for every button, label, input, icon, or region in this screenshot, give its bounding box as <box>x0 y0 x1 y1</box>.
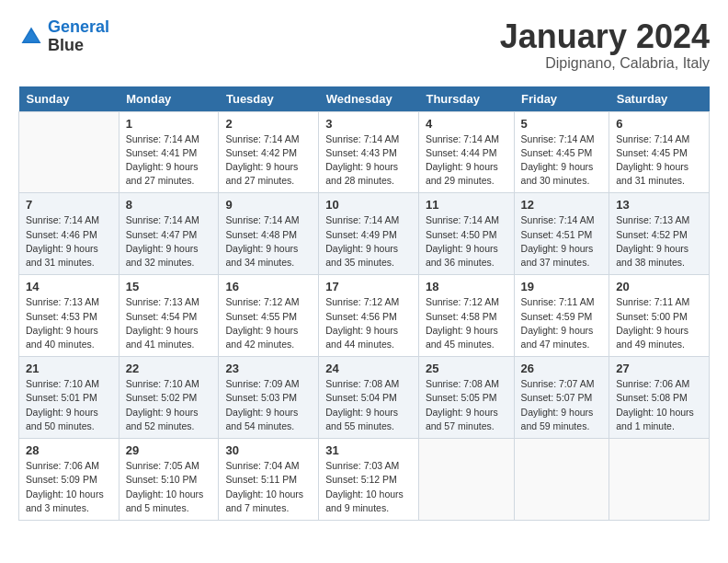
day-info: Sunrise: 7:10 AMSunset: 5:01 PMDaylight:… <box>26 377 112 433</box>
calendar-cell: 16Sunrise: 7:12 AMSunset: 4:55 PMDayligh… <box>219 275 319 357</box>
day-info: Sunrise: 7:06 AMSunset: 5:08 PMDaylight:… <box>616 377 702 433</box>
calendar-cell: 15Sunrise: 7:13 AMSunset: 4:54 PMDayligh… <box>119 275 219 357</box>
day-info: Sunrise: 7:12 AMSunset: 4:56 PMDaylight:… <box>325 295 412 351</box>
day-number: 18 <box>426 280 507 293</box>
day-number: 2 <box>225 117 312 131</box>
day-number: 24 <box>325 362 412 375</box>
day-number: 7 <box>26 198 112 212</box>
day-info: Sunrise: 7:14 AMSunset: 4:47 PMDaylight:… <box>126 213 212 270</box>
calendar-week-row: 7Sunrise: 7:14 AMSunset: 4:46 PMDaylight… <box>19 193 710 275</box>
day-info: Sunrise: 7:04 AMSunset: 5:11 PMDaylight:… <box>225 459 312 515</box>
calendar-cell: 30Sunrise: 7:04 AMSunset: 5:11 PMDayligh… <box>219 439 319 521</box>
logo: GeneralBlue <box>18 18 109 55</box>
day-info: Sunrise: 7:13 AMSunset: 4:54 PMDaylight:… <box>126 295 212 351</box>
calendar-cell: 4Sunrise: 7:14 AMSunset: 4:44 PMDaylight… <box>418 111 514 193</box>
title-block: January 2024 Dipignano, Calabria, Italy <box>500 18 710 72</box>
day-info: Sunrise: 7:14 AMSunset: 4:44 PMDaylight:… <box>426 132 507 189</box>
calendar-cell: 17Sunrise: 7:12 AMSunset: 4:56 PMDayligh… <box>319 275 419 357</box>
day-info: Sunrise: 7:14 AMSunset: 4:45 PMDaylight:… <box>521 132 603 189</box>
logo-icon <box>18 24 44 50</box>
day-number: 26 <box>521 362 603 375</box>
day-info: Sunrise: 7:10 AMSunset: 5:02 PMDaylight:… <box>126 377 212 433</box>
day-number: 9 <box>225 198 312 212</box>
calendar-week-row: 21Sunrise: 7:10 AMSunset: 5:01 PMDayligh… <box>19 357 710 439</box>
calendar-cell <box>19 111 119 193</box>
col-tuesday: Tuesday <box>219 86 319 112</box>
day-number: 12 <box>521 198 603 212</box>
calendar-cell: 21Sunrise: 7:10 AMSunset: 5:01 PMDayligh… <box>19 357 119 439</box>
day-number: 29 <box>126 443 212 457</box>
day-info: Sunrise: 7:05 AMSunset: 5:10 PMDaylight:… <box>126 459 212 515</box>
day-info: Sunrise: 7:08 AMSunset: 5:04 PMDaylight:… <box>325 377 412 433</box>
day-number: 28 <box>26 443 112 457</box>
day-info: Sunrise: 7:14 AMSunset: 4:42 PMDaylight:… <box>225 132 312 189</box>
col-thursday: Thursday <box>418 86 514 112</box>
calendar-cell: 8Sunrise: 7:14 AMSunset: 4:47 PMDaylight… <box>119 193 219 275</box>
calendar-cell: 18Sunrise: 7:12 AMSunset: 4:58 PMDayligh… <box>418 275 514 357</box>
calendar-week-row: 1Sunrise: 7:14 AMSunset: 4:41 PMDaylight… <box>19 111 710 193</box>
calendar-cell: 25Sunrise: 7:08 AMSunset: 5:05 PMDayligh… <box>418 357 514 439</box>
day-number: 8 <box>126 198 212 212</box>
calendar-cell: 11Sunrise: 7:14 AMSunset: 4:50 PMDayligh… <box>418 193 514 275</box>
day-number: 20 <box>616 280 702 293</box>
day-number: 14 <box>26 280 112 293</box>
calendar-cell: 7Sunrise: 7:14 AMSunset: 4:46 PMDaylight… <box>19 193 119 275</box>
calendar-cell: 24Sunrise: 7:08 AMSunset: 5:04 PMDayligh… <box>319 357 419 439</box>
calendar-cell: 10Sunrise: 7:14 AMSunset: 4:49 PMDayligh… <box>319 193 419 275</box>
calendar-cell: 22Sunrise: 7:10 AMSunset: 5:02 PMDayligh… <box>119 357 219 439</box>
day-info: Sunrise: 7:14 AMSunset: 4:51 PMDaylight:… <box>521 213 603 270</box>
calendar-subtitle: Dipignano, Calabria, Italy <box>500 55 710 72</box>
day-number: 16 <box>225 280 312 293</box>
day-number: 10 <box>325 198 412 212</box>
day-info: Sunrise: 7:03 AMSunset: 5:12 PMDaylight:… <box>325 459 412 515</box>
col-wednesday: Wednesday <box>319 86 419 112</box>
day-info: Sunrise: 7:14 AMSunset: 4:46 PMDaylight:… <box>26 213 112 270</box>
calendar-cell <box>418 439 514 521</box>
day-info: Sunrise: 7:14 AMSunset: 4:48 PMDaylight:… <box>225 213 312 270</box>
calendar-cell: 29Sunrise: 7:05 AMSunset: 5:10 PMDayligh… <box>119 439 219 521</box>
day-number: 30 <box>225 443 312 457</box>
day-number: 25 <box>426 362 507 375</box>
day-number: 1 <box>126 117 212 131</box>
day-info: Sunrise: 7:08 AMSunset: 5:05 PMDaylight:… <box>426 377 507 433</box>
day-info: Sunrise: 7:13 AMSunset: 4:52 PMDaylight:… <box>616 213 702 270</box>
day-number: 22 <box>126 362 212 375</box>
calendar-cell: 6Sunrise: 7:14 AMSunset: 4:45 PMDaylight… <box>609 111 710 193</box>
col-saturday: Saturday <box>609 86 710 112</box>
calendar-cell: 2Sunrise: 7:14 AMSunset: 4:42 PMDaylight… <box>219 111 319 193</box>
day-info: Sunrise: 7:11 AMSunset: 4:59 PMDaylight:… <box>521 295 603 351</box>
calendar-cell: 3Sunrise: 7:14 AMSunset: 4:43 PMDaylight… <box>319 111 419 193</box>
day-info: Sunrise: 7:09 AMSunset: 5:03 PMDaylight:… <box>225 377 312 433</box>
day-number: 13 <box>616 198 702 212</box>
calendar-title: January 2024 <box>500 18 710 55</box>
calendar-cell: 12Sunrise: 7:14 AMSunset: 4:51 PMDayligh… <box>514 193 609 275</box>
day-number: 5 <box>521 117 603 131</box>
day-number: 3 <box>325 117 412 131</box>
col-monday: Monday <box>119 86 219 112</box>
day-info: Sunrise: 7:12 AMSunset: 4:55 PMDaylight:… <box>225 295 312 351</box>
calendar-cell: 9Sunrise: 7:14 AMSunset: 4:48 PMDaylight… <box>219 193 319 275</box>
day-number: 31 <box>325 443 412 457</box>
calendar-header-row: Sunday Monday Tuesday Wednesday Thursday… <box>19 86 710 112</box>
day-number: 11 <box>426 198 507 212</box>
day-info: Sunrise: 7:14 AMSunset: 4:43 PMDaylight:… <box>325 132 412 189</box>
day-info: Sunrise: 7:13 AMSunset: 4:53 PMDaylight:… <box>26 295 112 351</box>
day-info: Sunrise: 7:06 AMSunset: 5:09 PMDaylight:… <box>26 459 112 515</box>
day-info: Sunrise: 7:07 AMSunset: 5:07 PMDaylight:… <box>521 377 603 433</box>
calendar-cell: 31Sunrise: 7:03 AMSunset: 5:12 PMDayligh… <box>319 439 419 521</box>
calendar-cell <box>514 439 609 521</box>
day-number: 17 <box>325 280 412 293</box>
calendar-week-row: 28Sunrise: 7:06 AMSunset: 5:09 PMDayligh… <box>19 439 710 521</box>
logo-text: GeneralBlue <box>48 18 109 55</box>
calendar-cell: 19Sunrise: 7:11 AMSunset: 4:59 PMDayligh… <box>514 275 609 357</box>
calendar-cell: 27Sunrise: 7:06 AMSunset: 5:08 PMDayligh… <box>609 357 710 439</box>
calendar-cell: 5Sunrise: 7:14 AMSunset: 4:45 PMDaylight… <box>514 111 609 193</box>
calendar-cell: 28Sunrise: 7:06 AMSunset: 5:09 PMDayligh… <box>19 439 119 521</box>
day-info: Sunrise: 7:14 AMSunset: 4:49 PMDaylight:… <box>325 213 412 270</box>
calendar-cell: 26Sunrise: 7:07 AMSunset: 5:07 PMDayligh… <box>514 357 609 439</box>
day-number: 4 <box>426 117 507 131</box>
col-friday: Friday <box>514 86 609 112</box>
calendar-cell: 23Sunrise: 7:09 AMSunset: 5:03 PMDayligh… <box>219 357 319 439</box>
day-number: 15 <box>126 280 212 293</box>
page-header: GeneralBlue January 2024 Dipignano, Cala… <box>18 18 710 72</box>
